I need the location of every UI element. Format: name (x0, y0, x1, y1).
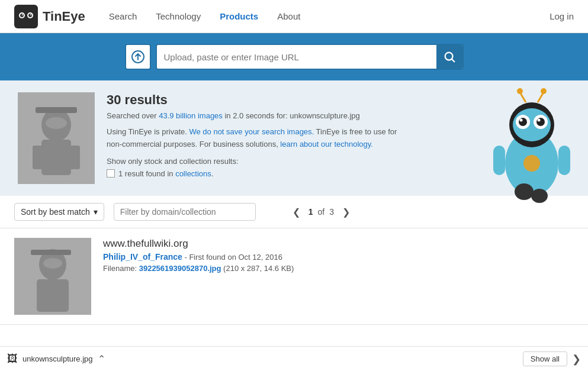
bottom-file: 🖼 unkownsculpture.jpg ⌃ (7, 353, 523, 365)
result-item: www.thefullwiki.org Philip_IV_of_France … (0, 228, 588, 325)
svg-rect-15 (68, 146, 80, 169)
nav-products[interactable]: Products (220, 11, 258, 21)
svg-point-21 (519, 118, 527, 126)
sort-dropdown[interactable]: Sort by best match ▾ (14, 203, 104, 221)
svg-point-24 (538, 119, 541, 122)
svg-rect-31 (558, 146, 570, 175)
svg-point-26 (517, 88, 523, 94)
search-bar-section (0, 33, 588, 80)
logo-text: TinEye (43, 9, 85, 24)
searched-over-text: Searched over (107, 111, 159, 120)
pagination-next-button[interactable]: ❯ (339, 205, 354, 219)
nav-about[interactable]: About (277, 11, 300, 21)
logo[interactable]: TinEye (14, 5, 85, 28)
svg-point-4 (28, 14, 32, 17)
pagination-prev-button[interactable]: ❮ (289, 205, 304, 219)
billion-images-link[interactable]: 43.9 billion images (159, 111, 223, 120)
nav-technology[interactable]: Technology (156, 11, 201, 21)
filename-label: Filename: (103, 264, 139, 273)
search-filename: unkownsculpture.jpg (290, 111, 360, 120)
search-input-wrap (156, 44, 464, 70)
results-section: 30 results Searched over 43.9 billion im… (0, 80, 588, 196)
result-filename-row: Filename: 3922561939052870.jpg (210 x 28… (103, 264, 574, 273)
svg-point-22 (536, 118, 545, 126)
svg-rect-0 (14, 5, 38, 28)
upload-icon (131, 50, 145, 64)
in-text: in 2.0 seconds for: (223, 111, 290, 120)
privacy-link2[interactable]: learn about our technology. (280, 140, 373, 149)
filename-link[interactable]: 3922561939052870.jpg (139, 264, 221, 273)
bottom-filename: unkownsculpture.jpg (23, 354, 93, 363)
result-page-row: Philip_IV_of_France - First found on Oct… (103, 252, 574, 262)
result-thumbnail (14, 238, 91, 315)
svg-point-12 (46, 117, 67, 129)
search-input[interactable] (157, 52, 436, 62)
result-page-title[interactable]: Philip_IV_of_France (103, 252, 182, 262)
chevron-up-icon[interactable]: ⌃ (98, 353, 105, 364)
file-icon: 🖼 (7, 353, 18, 365)
collections-checkbox[interactable] (107, 169, 115, 178)
svg-point-32 (515, 183, 534, 200)
pagination-of: of (318, 207, 325, 217)
filter-input[interactable] (114, 203, 256, 221)
svg-point-23 (520, 119, 523, 122)
robot-illustration (481, 86, 582, 205)
sort-label: Sort by best match (21, 207, 90, 217)
result-found-text: - First found on Oct 12, 2016 (182, 253, 282, 262)
show-all-button[interactable]: Show all (523, 351, 567, 366)
svg-point-37 (43, 258, 62, 269)
pagination-current: 1 (309, 207, 313, 217)
privacy-link1[interactable]: We do not save your search images. (189, 127, 314, 136)
svg-rect-14 (33, 146, 44, 169)
result-domain: www.thefullwiki.org (103, 238, 574, 250)
search-icon (443, 50, 456, 63)
svg-rect-11 (36, 107, 77, 113)
bottom-next-icon[interactable]: ❯ (572, 353, 581, 366)
stock-label: Show only stock and collection results: (107, 157, 239, 166)
collections-dot: . (211, 169, 214, 178)
collections-count-text: 1 result found in (118, 169, 175, 178)
nav-search[interactable]: Search (109, 11, 137, 21)
svg-point-33 (531, 189, 548, 203)
svg-rect-36 (31, 250, 71, 255)
logo-icon (14, 5, 38, 28)
main-nav: Search Technology Products About (109, 11, 550, 21)
svg-rect-38 (37, 279, 69, 312)
pagination-total: 3 (329, 207, 334, 217)
upload-button[interactable] (125, 44, 151, 70)
header: TinEye Search Technology Products About … (0, 0, 588, 33)
search-submit-button[interactable] (436, 44, 462, 70)
svg-rect-30 (493, 146, 505, 175)
filename-size: (210 x 287, 14.6 KB) (221, 264, 294, 273)
result-thumb-svg (14, 238, 91, 315)
svg-point-3 (20, 14, 24, 17)
bottom-bar: 🖼 unkownsculpture.jpg ⌃ Show all ❯ (0, 346, 588, 371)
svg-point-6 (30, 14, 31, 15)
privacy-text3: non-commercial purposes. For business so… (107, 140, 280, 149)
robot-svg (481, 86, 582, 205)
result-content: www.thefullwiki.org Philip_IV_of_France … (103, 238, 574, 273)
collections-link[interactable]: collections (175, 169, 211, 178)
chevron-down-icon: ▾ (94, 207, 98, 217)
svg-point-29 (523, 155, 540, 172)
svg-point-28 (541, 88, 547, 94)
login-button[interactable]: Log in (550, 11, 574, 21)
privacy-text2: TinEye is free to use for (314, 127, 397, 136)
svg-rect-13 (41, 140, 71, 175)
search-image-thumbnail (18, 92, 95, 184)
svg-point-5 (22, 14, 23, 15)
search-bar-inner (125, 44, 464, 70)
collections-text: 1 result found in collections. (118, 169, 213, 178)
search-image-svg (18, 92, 95, 184)
privacy-text1: Using TinEye is private. (107, 127, 189, 136)
pagination: ❮ 1 of 3 ❯ (289, 205, 354, 219)
